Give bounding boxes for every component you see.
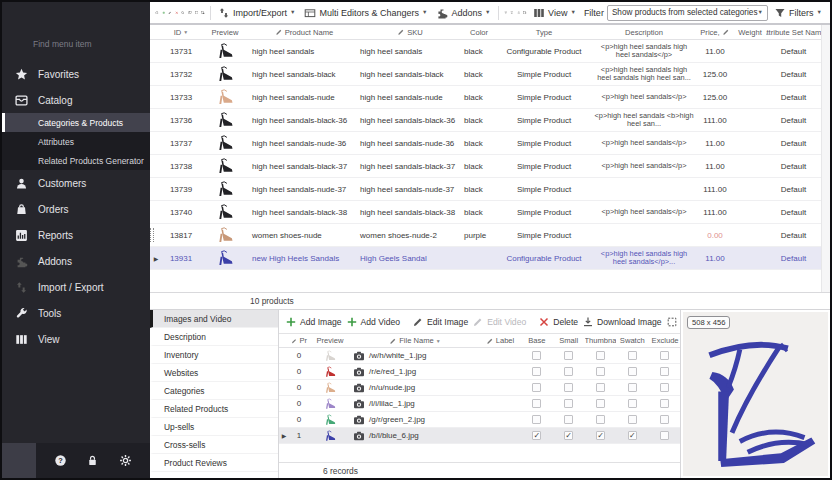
column-header[interactable]: Type: [496, 28, 592, 37]
gear-icon[interactable]: [119, 454, 132, 467]
column-header[interactable]: Price,: [696, 28, 734, 37]
sidebar-item-addons[interactable]: Addons: [2, 248, 150, 274]
column-header[interactable]: SKU: [358, 28, 462, 37]
column-header[interactable]: Product Name: [250, 28, 358, 37]
checkbox[interactable]: ✓: [532, 431, 541, 440]
group-button[interactable]: [504, 5, 508, 21]
checkbox[interactable]: [628, 351, 637, 360]
checkbox[interactable]: [532, 399, 541, 408]
hamburger-menu-icon[interactable]: [12, 10, 27, 22]
image-row[interactable]: ▶1/b/l/blue_6.jpg✓✓✓✓: [279, 428, 680, 444]
selectbox-button[interactable]: [195, 5, 199, 21]
tab-websites[interactable]: Websites: [150, 364, 278, 382]
sidebar-item-categories-products[interactable]: Categories & Products: [2, 113, 150, 132]
product-row[interactable]: 13737high heel sandals-nude-36high heel …: [150, 132, 821, 155]
checkbox[interactable]: [628, 415, 637, 424]
add-video-button[interactable]: Add Video: [346, 316, 401, 328]
column-header[interactable]: Description: [592, 28, 696, 37]
fullscreen-icon[interactable]: [811, 316, 824, 329]
footer-archive-button[interactable]: [2, 443, 36, 478]
checkbox[interactable]: ✓: [596, 431, 605, 440]
checkbox[interactable]: [564, 415, 573, 424]
zoom-in-icon[interactable]: [811, 439, 824, 452]
column-header[interactable]: Exclude: [648, 336, 680, 345]
clone-button[interactable]: [201, 5, 205, 21]
image-row[interactable]: 0/w/h/white_1.jpg: [279, 348, 680, 364]
sidebar-item-import-export[interactable]: Import / Export: [2, 274, 150, 300]
checkbox[interactable]: ✓: [564, 431, 573, 440]
product-row[interactable]: 13731high heel sandalshigh heel sandalsb…: [150, 40, 821, 63]
product-row[interactable]: ▶13931new High Heels SandalsHigh Geels S…: [150, 247, 821, 270]
row-expander-icon[interactable]: ▶: [282, 432, 287, 439]
open-external-icon[interactable]: [811, 335, 824, 348]
sidebar-item-related-products-generator[interactable]: Related Products Generator: [2, 151, 150, 170]
close-button[interactable]: [175, 5, 179, 21]
checkbox[interactable]: [660, 383, 669, 392]
lock-icon[interactable]: [86, 454, 99, 467]
tab-inventory[interactable]: Inventory: [150, 346, 278, 364]
rotate-refresh-icon[interactable]: [811, 421, 824, 434]
checkbox[interactable]: [532, 351, 541, 360]
column-header[interactable]: Preview: [200, 28, 250, 37]
checkbox[interactable]: [628, 367, 637, 376]
collapserows-button[interactable]: [517, 5, 521, 21]
column-header[interactable]: Label: [479, 336, 521, 345]
checkbox[interactable]: [660, 399, 669, 408]
column-header[interactable]: Color: [462, 28, 496, 37]
edit-video-button[interactable]: Edit Video: [472, 316, 526, 328]
column-header[interactable]: Attribute Set Name: [766, 28, 821, 37]
checkbox[interactable]: [532, 367, 541, 376]
sidebar-item-tools[interactable]: Tools: [2, 300, 150, 326]
checkbox[interactable]: [628, 399, 637, 408]
checkbox[interactable]: [564, 367, 573, 376]
column-header[interactable]: ID▼: [162, 28, 200, 37]
checkbox[interactable]: [660, 415, 669, 424]
checkbox[interactable]: [660, 367, 669, 376]
product-row[interactable]: 13733high heel sandals-nudehigh heel san…: [150, 86, 821, 109]
tab-cross-sells[interactable]: Cross-sells: [150, 436, 278, 454]
filter-select[interactable]: Show products from selected categories▼: [607, 5, 768, 21]
menu-import-export[interactable]: Import/Export▼: [215, 7, 298, 19]
column-header[interactable]: Pr: [289, 336, 309, 345]
checkbox[interactable]: [596, 383, 605, 392]
sidebar-search[interactable]: [2, 29, 150, 59]
sidebar-item-catalog[interactable]: Catalog: [2, 87, 150, 113]
sidebar-item-favorites[interactable]: Favorites: [2, 61, 150, 87]
menu-addons[interactable]: Addons▼: [433, 7, 493, 19]
sidebar-item-customers[interactable]: Customers: [2, 170, 150, 196]
product-row[interactable]: 13736high heel sandals-black-36high heel…: [150, 109, 821, 132]
tab-categories[interactable]: Categories: [150, 382, 278, 400]
refresh-button[interactable]: [155, 5, 159, 21]
tab-product-reviews[interactable]: Product Reviews: [150, 454, 278, 472]
product-row[interactable]: 13740high heel sandals-black-38high heel…: [150, 201, 821, 224]
column-header[interactable]: File Name▼: [351, 336, 479, 345]
image-row[interactable]: 0/r/e/red_1.jpg: [279, 364, 680, 380]
column-header[interactable]: Thumbna: [585, 336, 617, 345]
product-row[interactable]: 13732high heel sandals-blackhigh heel sa…: [150, 63, 821, 86]
vertical-scrollbar[interactable]: [821, 25, 830, 292]
column-header[interactable]: Preview: [309, 336, 351, 345]
pencil-button[interactable]: [168, 5, 172, 21]
row-expander-icon[interactable]: ▶: [154, 256, 159, 262]
image-row[interactable]: 0/l/i/lilac_1.jpg: [279, 396, 680, 412]
add-image-button[interactable]: Add Image: [285, 316, 342, 328]
copy-button[interactable]: [188, 5, 192, 21]
menu-multi-editors-changers[interactable]: Multi Editors & Changers▼: [301, 7, 430, 19]
panel-splitter-grip[interactable]: [150, 228, 154, 242]
column-header[interactable]: Weight: [734, 28, 766, 37]
add-button[interactable]: [162, 5, 166, 21]
checkbox[interactable]: [660, 431, 669, 440]
search-button[interactable]: [181, 5, 185, 21]
exportgrid-button[interactable]: [523, 5, 527, 21]
product-row[interactable]: 13817women shoes-nudewomen shoes-nude-2p…: [150, 224, 821, 247]
checkbox[interactable]: [596, 415, 605, 424]
checkbox[interactable]: ✓: [628, 431, 637, 440]
checkbox[interactable]: [532, 415, 541, 424]
tab-up-sells[interactable]: Up-sells: [150, 418, 278, 436]
filters-button[interactable]: Filters▼: [771, 7, 825, 19]
checkbox[interactable]: [660, 351, 669, 360]
edit-image-button[interactable]: Edit Image: [412, 316, 468, 328]
sidebar-item-reports[interactable]: Reports: [2, 222, 150, 248]
zoom-out-icon[interactable]: [811, 458, 824, 471]
column-header[interactable]: Small: [553, 336, 585, 345]
